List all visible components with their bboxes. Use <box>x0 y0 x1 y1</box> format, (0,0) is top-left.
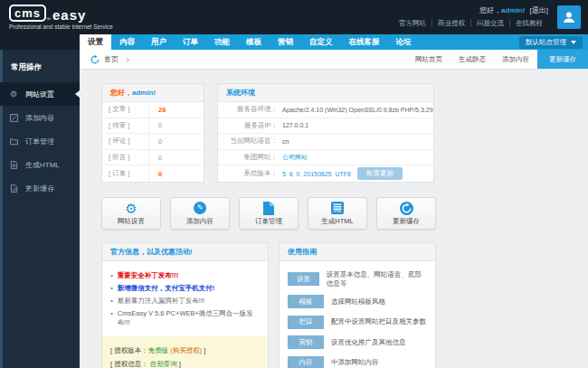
guide-badge-templates[interactable]: 模板 <box>288 295 324 308</box>
top-link-qa[interactable]: 问题交流 <box>470 19 509 27</box>
stat-row-comments: [ 评论 ] 0 <box>102 134 204 150</box>
stat-label: [ 待审 ] <box>102 118 149 134</box>
sys-row-server-ip: 服务器IP： 127.0.0.1 <box>218 118 433 135</box>
stat-value-articles[interactable]: 26 <box>149 102 166 118</box>
sidebar: 常用操作 ⚙ 网站设置 添加内容 订单管理 生成HTML <box>0 50 80 368</box>
sidebar-item-site-settings[interactable]: ⚙ 网站设置 <box>0 82 80 106</box>
sidebar-item-refresh-cache[interactable]: 更新缓存 <box>0 176 80 200</box>
sidebar-item-add-content[interactable]: 添加内容 <box>0 106 80 129</box>
stat-row-messages: [ 留言 ] 0 <box>102 150 204 166</box>
user-info-block: 您好，admin! [退出] 官方网站商业授权问题交流在线教程 <box>394 5 548 28</box>
guide-row-templates: 模板 选择网站模板风格 <box>288 295 427 308</box>
main-nav-bar: 设置 内容 用户 订单 功能 模板 营销 自定义 在线客服 论坛 默认站点管理 <box>0 34 588 50</box>
sidebar-item-label: 更新缓存 <box>25 184 54 193</box>
stat-label: [ 文章 ] <box>102 102 149 118</box>
refresh-doc-icon <box>10 184 20 193</box>
guide-desc: 设置基本信息、网站语言、底部信息等 <box>327 270 427 288</box>
breadcrumb-home[interactable]: 首页 <box>104 54 119 64</box>
news-list: • 重要安全补丁发布!!! • 新增微信支付，支付宝手机支付! • 最新暴力注入… <box>102 261 268 336</box>
edit-icon <box>10 114 20 122</box>
action-add-content[interactable]: 添加内容 <box>494 55 537 64</box>
quick-button-label: 添加内容 <box>186 217 213 226</box>
bullet-icon: • <box>110 297 113 305</box>
license-info-line: [ 授权信息： 自助查询 ] <box>110 357 260 368</box>
nav-left-stub <box>0 34 80 50</box>
tab-orders[interactable]: 订单 <box>175 34 206 50</box>
self-query-link[interactable]: 自助查询 <box>150 360 177 368</box>
action-site-home[interactable]: 网站首页 <box>407 55 450 64</box>
greeting-line: 您好，admin! [退出] <box>394 5 548 16</box>
stat-value-messages[interactable]: 0 <box>149 150 162 165</box>
breadcrumb-bar: 首页 网站首页 生成静态 添加内容 更新缓存 <box>80 50 588 70</box>
sys-value-server-ip: 127.0.0.1 <box>278 122 433 128</box>
guide-row-settings: 设置 设置基本信息、网站语言、底部信息等 <box>288 270 427 288</box>
top-link-commercial-license[interactable]: 商业授权 <box>432 19 470 27</box>
news-panel-header: 官方信息，以及优惠活动! <box>102 243 268 261</box>
top-link-tutorials[interactable]: 在线教程 <box>509 19 548 27</box>
welcome-stats-panel: 您好，admin! [ 文章 ] 26 [ 待审 ] 0 [ 评论 ] 0 <box>101 83 204 183</box>
caret-down-icon <box>571 41 576 44</box>
sys-label: 集团网站： <box>218 153 278 162</box>
tab-templates[interactable]: 模板 <box>238 34 270 50</box>
main-content: 您好，admin! [ 文章 ] 26 [ 待审 ] 0 [ 评论 ] 0 <box>80 70 438 368</box>
license-version-line: [ 授权版本：免费版 (购买授权) ] <box>110 344 260 357</box>
guide-row-columns: 栏目 配置中设置网站栏目及相关参数 <box>288 316 427 329</box>
quick-order-manage-button[interactable]: 订单管理 <box>239 197 299 230</box>
tab-live-service[interactable]: 在线客服 <box>341 34 388 50</box>
sidebar-item-label: 添加内容 <box>25 113 54 123</box>
quick-generate-html-button[interactable]: HTML 生成HTML <box>308 197 367 230</box>
news-item[interactable]: • 新增微信支付，支付宝手机支付! <box>110 284 260 293</box>
stat-row-pending: [ 待审 ] 0 <box>102 118 204 135</box>
top-link-official-site[interactable]: 官方网站 <box>394 19 432 27</box>
user-avatar[interactable] <box>557 5 581 29</box>
refresh-cache-button[interactable]: 更新缓存 <box>537 50 588 69</box>
sys-label: 服务器IP： <box>218 121 278 130</box>
tab-settings[interactable]: 设置 <box>80 34 111 50</box>
news-item[interactable]: • 最新暴力注入漏洞补丁发布!!! <box>110 297 260 306</box>
username-link[interactable]: admin! <box>501 6 525 14</box>
sidebar-item-generate-html[interactable]: 生成HTML <box>0 153 80 176</box>
refresh-icon[interactable] <box>90 55 100 64</box>
tab-forum[interactable]: 论坛 <box>388 34 420 50</box>
pencil-icon: ✎ <box>194 201 206 216</box>
bullet-icon: • <box>110 271 113 279</box>
sys-row-version: 系统版本： 5_6_0_20150825_UTF8 检查更新 <box>218 165 433 182</box>
quick-refresh-cache-button[interactable]: 更新缓存 <box>376 197 436 230</box>
guide-badge-settings[interactable]: 设置 <box>288 272 319 286</box>
action-generate-static[interactable]: 生成静态 <box>450 55 494 64</box>
guide-badge-columns[interactable]: 栏目 <box>288 316 324 329</box>
version-link[interactable]: 5_6_0_20150825_UTF8 <box>278 171 351 177</box>
license-version-value: 免费版 <box>148 346 169 354</box>
quick-site-settings-button[interactable]: ⚙ 网站设置 <box>101 197 161 230</box>
cmseasy-logo[interactable]: cms ™ easy Professional and stable Inter… <box>9 5 113 30</box>
welcome-panel-header: 您好，admin! <box>102 84 204 102</box>
tab-users[interactable]: 用户 <box>143 34 175 50</box>
guide-badge-content[interactable]: 内容 <box>288 356 324 368</box>
tab-marketing[interactable]: 营销 <box>270 34 301 50</box>
stat-value-orders[interactable]: 0 <box>149 165 162 182</box>
logo-cms-box: cms <box>9 5 46 22</box>
default-site-manager-dropdown[interactable]: 默认站点管理 <box>519 36 583 49</box>
folder-icon <box>10 137 20 146</box>
stat-value-pending[interactable]: 0 <box>149 118 162 134</box>
greeting-prefix: 您好， <box>479 6 501 14</box>
logo-trademark: ™ <box>46 16 51 22</box>
group-site-link[interactable]: 公司网站 <box>278 153 433 162</box>
main-nav: 设置 内容 用户 订单 功能 模板 营销 自定义 在线客服 论坛 默认站点管理 <box>80 34 588 50</box>
tab-content[interactable]: 内容 <box>111 34 143 50</box>
quick-button-label: 生成HTML <box>321 217 353 226</box>
check-update-button[interactable]: 检查更新 <box>357 167 403 180</box>
stat-label: [ 订单 ] <box>102 165 149 182</box>
tab-features[interactable]: 功能 <box>206 34 238 50</box>
news-item[interactable]: • CmsEasy V 5.6 PC+WEB+微信三网合一版发布!!! <box>110 309 260 327</box>
stat-value-comments[interactable]: 0 <box>149 134 162 149</box>
system-panel-header: 系统环境 <box>218 84 433 102</box>
logout-link[interactable]: [退出] <box>530 6 548 14</box>
sidebar-item-order-manage[interactable]: 订单管理 <box>0 129 80 153</box>
news-item[interactable]: • 重要安全补丁发布!!! <box>110 271 260 280</box>
guide-badge-marketing[interactable]: 营销 <box>288 335 324 349</box>
tab-custom[interactable]: 自定义 <box>301 34 341 50</box>
quick-button-label: 网站设置 <box>118 217 145 226</box>
buy-license-link[interactable]: (购买授权) <box>168 346 202 354</box>
quick-add-content-button[interactable]: ✎ 添加内容 <box>170 197 230 230</box>
